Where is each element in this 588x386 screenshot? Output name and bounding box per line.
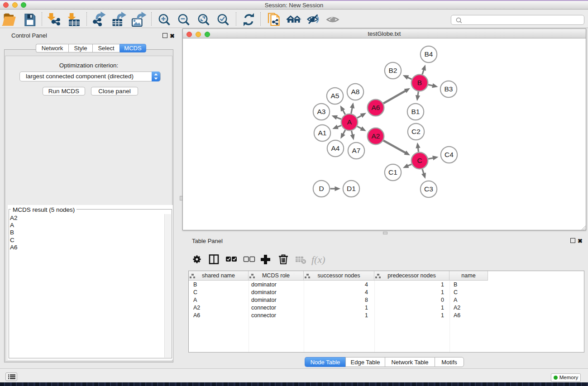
svg-text:f(x): f(x) <box>311 254 325 265</box>
svg-text:B1: B1 <box>411 108 420 115</box>
svg-text:A4: A4 <box>331 144 340 152</box>
svg-text:A: A <box>347 118 352 126</box>
svg-text:A3: A3 <box>317 108 326 115</box>
svg-text:B: B <box>417 79 422 86</box>
svg-text:B2: B2 <box>389 67 397 74</box>
svg-text:D1: D1 <box>347 185 356 192</box>
svg-text:C2: C2 <box>411 128 421 135</box>
svg-text:C: C <box>417 157 422 164</box>
svg-text:D: D <box>319 185 324 192</box>
svg-text:A5: A5 <box>331 92 339 100</box>
svg-text:A8: A8 <box>351 88 360 95</box>
svg-text:A7: A7 <box>352 147 361 154</box>
svg-text:A1: A1 <box>318 129 327 137</box>
svg-text:A6: A6 <box>372 104 380 111</box>
svg-text:C4: C4 <box>445 151 454 158</box>
svg-text:A2: A2 <box>372 132 380 140</box>
svg-text:C3: C3 <box>424 185 433 193</box>
svg-text:C1: C1 <box>388 168 397 176</box>
svg-text:B3: B3 <box>445 85 453 93</box>
svg-text:B4: B4 <box>425 50 433 58</box>
